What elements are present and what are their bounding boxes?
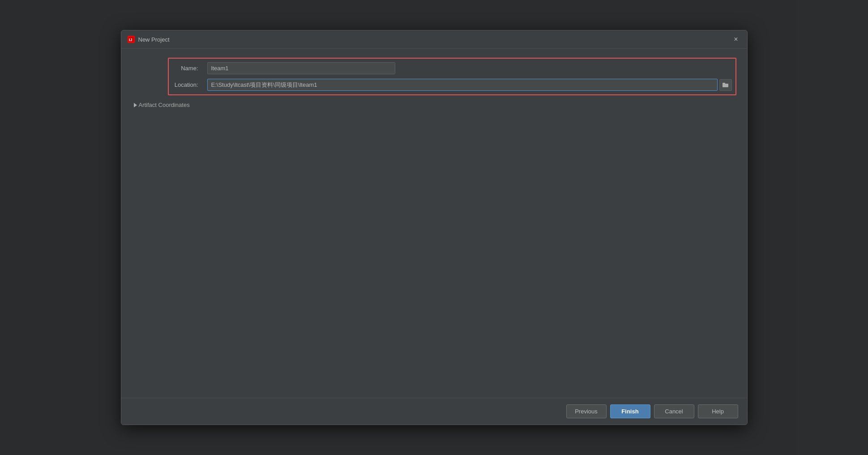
dialog-title: New Project <box>138 36 728 43</box>
artifact-coordinates-toggle[interactable]: Artifact Coordinates <box>132 102 736 108</box>
intellij-icon: IJ <box>128 36 135 43</box>
chevron-right-icon <box>134 103 137 107</box>
name-input[interactable] <box>207 62 395 74</box>
previous-button[interactable]: Previous <box>566 404 607 418</box>
highlighted-fields-group: Name: Location: <box>168 58 736 95</box>
dialog-footer: Previous Finish Cancel Help <box>121 398 747 425</box>
cancel-button[interactable]: Cancel <box>654 404 694 418</box>
browse-button[interactable] <box>719 79 732 91</box>
help-button[interactable]: Help <box>698 404 738 418</box>
location-input[interactable] <box>207 79 718 91</box>
name-row: Name: <box>172 62 732 74</box>
svg-text:IJ: IJ <box>129 38 133 42</box>
close-button[interactable]: × <box>731 35 740 44</box>
location-field-group <box>207 79 732 91</box>
dialog-body: Name: Location: <box>121 49 747 398</box>
folder-icon <box>723 82 729 88</box>
location-row-inner: Location: <box>172 79 732 91</box>
location-label: Location: <box>172 81 204 88</box>
new-project-dialog: IJ New Project × Name: Location: <box>121 30 748 425</box>
artifact-coordinates-label: Artifact Coordinates <box>139 102 190 108</box>
svg-rect-3 <box>723 84 728 87</box>
dialog-titlebar: IJ New Project × <box>121 30 747 49</box>
name-label: Name: <box>172 65 204 72</box>
finish-button[interactable]: Finish <box>610 404 650 418</box>
svg-rect-4 <box>723 83 725 84</box>
